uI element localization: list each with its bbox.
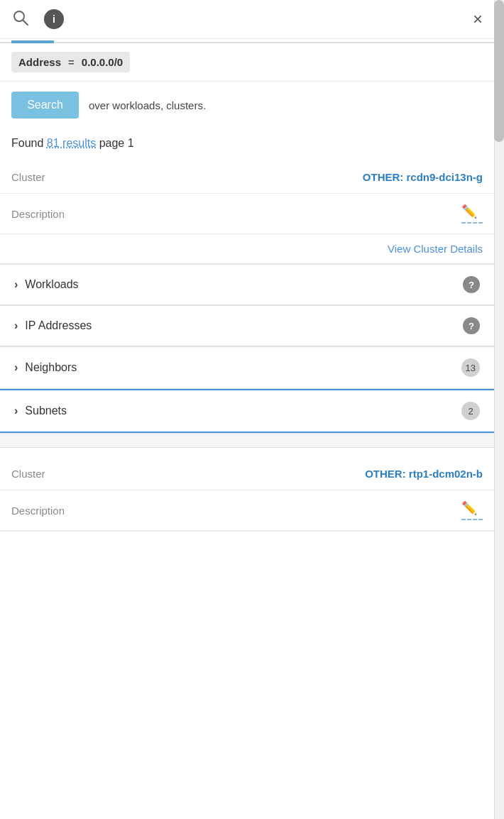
description-row-2: Description ✏️: [0, 490, 494, 531]
tab-active[interactable]: [11, 40, 54, 43]
neighbors-chevron: ›: [14, 361, 18, 374]
workloads-section[interactable]: › Workloads ?: [0, 264, 494, 305]
ip-addresses-chevron: ›: [14, 319, 18, 332]
description-row-1: Description ✏️: [0, 194, 494, 234]
results-prefix: Found: [11, 137, 43, 149]
workloads-chevron: ›: [14, 278, 18, 291]
search-context-text: over workloads, clusters.: [89, 99, 206, 111]
subnets-chevron: ›: [14, 405, 18, 417]
search-button[interactable]: Search: [11, 92, 79, 119]
workloads-badge: ?: [463, 276, 480, 293]
cluster-value-2[interactable]: OTHER: rtp1-dcm02n-b: [365, 468, 483, 480]
ip-addresses-section[interactable]: › IP Addresses ?: [0, 305, 494, 346]
filter-label: Address: [18, 56, 61, 68]
edit-icon-1[interactable]: ✏️: [461, 204, 477, 219]
filter-value: 0.0.0.0/0: [82, 56, 123, 68]
neighbors-badge: 13: [461, 358, 480, 377]
toolbar: i ×: [0, 0, 494, 39]
results-count[interactable]: 81 results: [47, 137, 96, 149]
neighbors-section[interactable]: › Neighbors 13: [0, 346, 494, 389]
results-suffix: page 1: [99, 137, 134, 149]
description-label-1: Description: [11, 208, 65, 220]
info-icon[interactable]: i: [44, 9, 64, 29]
subnets-section[interactable]: › Subnets 2: [0, 389, 494, 433]
cluster-label-2: Cluster: [11, 468, 45, 480]
view-details-row-1: View Cluster Details: [0, 234, 494, 264]
description-label-2: Description: [11, 505, 65, 517]
scrollbar-thumb[interactable]: [494, 0, 504, 142]
results-text: Found 81 results page 1: [0, 128, 494, 161]
card-divider: [0, 434, 494, 448]
toolbar-left: i: [11, 9, 64, 30]
filter-operator: =: [68, 56, 75, 68]
ip-addresses-badge: ?: [463, 317, 480, 334]
subnets-badge: 2: [461, 402, 480, 420]
cluster-value-1[interactable]: OTHER: rcdn9-dci13n-g: [363, 171, 483, 183]
workloads-label: Workloads: [25, 278, 456, 291]
filter-tag: Address = 0.0.0.0/0: [11, 52, 130, 72]
subnets-label: Subnets: [25, 405, 454, 417]
search-icon[interactable]: [11, 9, 30, 30]
cluster-row-2: Cluster OTHER: rtp1-dcm02n-b: [0, 458, 494, 490]
edit-underline-2: [461, 519, 483, 520]
result-card-1: Cluster OTHER: rcdn9-dci13n-g Descriptio…: [0, 161, 494, 434]
neighbors-label: Neighbors: [25, 361, 454, 374]
result-card-2: Cluster OTHER: rtp1-dcm02n-b Description…: [0, 448, 494, 532]
search-row: Search over workloads, clusters.: [0, 82, 494, 128]
cluster-label-1: Cluster: [11, 171, 45, 183]
edit-icon-2[interactable]: ✏️: [461, 500, 477, 516]
edit-underline-1: [461, 222, 483, 224]
ip-addresses-label: IP Addresses: [25, 319, 456, 332]
filter-row: Address = 0.0.0.0/0: [0, 43, 494, 82]
cluster-row-1: Cluster OTHER: rcdn9-dci13n-g: [0, 161, 494, 194]
description-edit-2: ✏️: [461, 500, 483, 520]
close-icon[interactable]: ×: [473, 11, 483, 28]
svg-line-1: [23, 21, 28, 26]
view-cluster-details-link-1[interactable]: View Cluster Details: [388, 243, 483, 255]
description-edit-1: ✏️: [461, 204, 483, 224]
scrollbar[interactable]: [494, 0, 504, 819]
